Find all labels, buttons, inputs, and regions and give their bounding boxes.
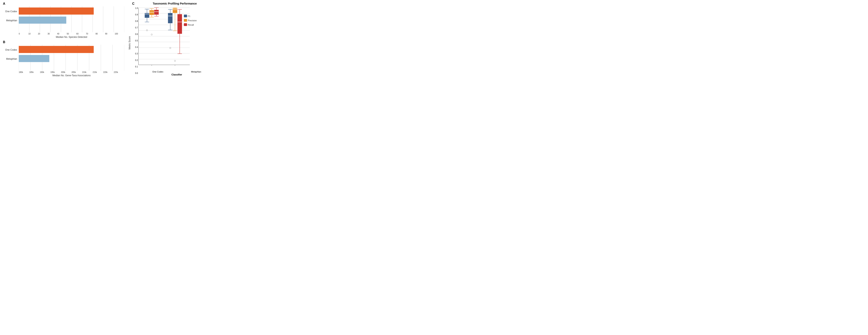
boxplot-oc-recall xyxy=(154,8,159,16)
chart-c-ytick-06: 0.6 xyxy=(135,33,138,35)
chart-b-xtick-210: 210k xyxy=(82,71,93,73)
svg-rect-56 xyxy=(168,13,173,23)
chart-c-ylabel: Metric Score xyxy=(128,4,132,82)
chart-a-xtick-0: 0 xyxy=(19,33,28,35)
chart-a-xaxis: 0 10 20 30 40 50 60 70 80 90 100 xyxy=(19,33,124,35)
chart-a-xtick-40: 40 xyxy=(57,33,67,35)
chart-b-xtick-180: 180k xyxy=(19,71,29,73)
chart-a-bar-onecodex: One Codex xyxy=(3,7,124,15)
chart-b-xtick-185: 185k xyxy=(29,71,40,73)
chart-c-xtick-metaphlan: Metaphlan xyxy=(191,71,201,73)
chart-c-yticks: 0.0 0.1 0.2 0.3 0.4 0.5 0.6 0.7 0.8 0.9 … xyxy=(132,7,138,82)
chart-c-ytick-01: 0.1 xyxy=(135,66,138,68)
chart-c-ytick-07: 0.7 xyxy=(135,27,138,29)
chart-b-bar-onecodex-fill xyxy=(19,46,94,53)
chart-b-bar-onecodex: One Codex xyxy=(3,46,124,54)
chart-b-bar-metaphlan-fill xyxy=(19,55,49,62)
chart-b-xtick-215: 215k xyxy=(93,71,103,73)
boxplot-oc-f1 xyxy=(145,9,149,31)
boxplot-oc-precision xyxy=(150,8,154,35)
chart-b: B One Codex xyxy=(3,40,124,77)
chart-a-xtick-30: 30 xyxy=(48,33,57,35)
legend-swatch-f1 xyxy=(184,14,187,18)
legend-label-recall: Recall xyxy=(188,24,194,26)
chart-b-xtick-195: 195k xyxy=(51,71,61,73)
legend-swatch-recall xyxy=(184,23,187,26)
chart-b-bar-onecodex-container xyxy=(19,46,124,54)
chart-a-xlabel: Median No. Species Detected xyxy=(19,36,124,38)
chart-a-xtick-90: 90 xyxy=(105,33,115,35)
boxplot-ml-recall xyxy=(178,9,182,54)
chart-a-bar-onecodex-fill xyxy=(19,7,94,14)
chart-c-ytick-08: 0.8 xyxy=(135,20,138,22)
chart-a-bar-metaphlan-fill xyxy=(19,16,66,24)
legend-label-f1: F1 xyxy=(188,15,190,18)
chart-b-xlabel: Median No. Gene-Taxa Associations xyxy=(19,74,124,77)
chart-a-xtick-10: 10 xyxy=(28,33,38,35)
svg-rect-70 xyxy=(178,14,182,34)
chart-a-label-metaphlan: Metaphlan xyxy=(3,19,19,22)
svg-point-58 xyxy=(169,47,171,49)
chart-a-bar-metaphlan-container xyxy=(19,16,124,25)
panel-a-label: A xyxy=(3,2,124,5)
right-panel: Metric Score C Taxonomic Profiling Perfo… xyxy=(126,0,217,84)
chart-a-bar-metaphlan: Metaphlan xyxy=(3,16,124,25)
boxplot-ml-f1 xyxy=(168,9,173,49)
svg-rect-43 xyxy=(150,10,154,15)
chart-b-xtick-200: 200k xyxy=(61,71,72,73)
chart-b-xaxis: 180k 185k 190k 195k 200k 205k 210k 215k … xyxy=(19,71,124,73)
chart-b-bar-metaphlan-container xyxy=(19,55,124,63)
chart-b-xtick-205: 205k xyxy=(72,71,82,73)
svg-rect-63 xyxy=(173,8,177,13)
chart-c-xaxis: One Codex Metaphlan xyxy=(138,71,215,73)
chart-b-xtick-220: 220k xyxy=(103,71,114,73)
chart-c-ytick-05: 0.5 xyxy=(135,40,138,42)
chart-a-xtick-80: 80 xyxy=(95,33,105,35)
chart-b-label-onecodex: One Codex xyxy=(3,48,19,51)
chart-c-ytick-0: 0.0 xyxy=(135,72,138,74)
chart-c-ytick-02: 0.2 xyxy=(135,59,138,61)
chart-b-xtick-225: 225k xyxy=(114,71,124,73)
chart-a-xtick-60: 60 xyxy=(76,33,86,35)
chart-b-label-metaphlan: Metaphlan xyxy=(3,58,19,60)
chart-a-xtick-20: 20 xyxy=(38,33,48,35)
chart-c-title: Taxonomic Profiling Performance xyxy=(134,2,215,5)
chart-c-ytick-09: 0.9 xyxy=(135,13,138,16)
legend-label-precision: Precision xyxy=(188,19,197,22)
chart-a: A O xyxy=(3,2,124,38)
chart-c-xlabel: Classifier xyxy=(138,73,215,76)
chart-b-xtick-190: 190k xyxy=(40,71,51,73)
chart-a-xtick-100: 100 xyxy=(115,33,124,35)
chart-a-xtick-70: 70 xyxy=(86,33,95,35)
chart-a-bar-onecodex-container xyxy=(19,7,124,15)
chart-a-xtick-50: 50 xyxy=(67,33,76,35)
left-panel: A O xyxy=(0,0,126,84)
chart-a-label-onecodex: One Codex xyxy=(3,10,19,13)
chart-c-ytick-04: 0.4 xyxy=(135,46,138,48)
chart-b-bar-metaphlan: Metaphlan xyxy=(3,55,124,63)
svg-point-65 xyxy=(175,60,176,62)
chart-c-plot: F1 Precision Recall xyxy=(138,7,215,70)
legend-swatch-precision xyxy=(184,19,187,22)
svg-rect-50 xyxy=(154,10,159,14)
svg-point-45 xyxy=(151,34,153,35)
chart-c-ytick-10: 1.0 xyxy=(135,7,138,9)
svg-point-38 xyxy=(146,30,148,31)
chart-c-xtick-onecodex: One Codex xyxy=(152,71,163,73)
panel-b-label: B xyxy=(3,40,124,44)
chart-c-ytick-03: 0.3 xyxy=(135,53,138,55)
panel-c-label: C xyxy=(132,2,134,5)
